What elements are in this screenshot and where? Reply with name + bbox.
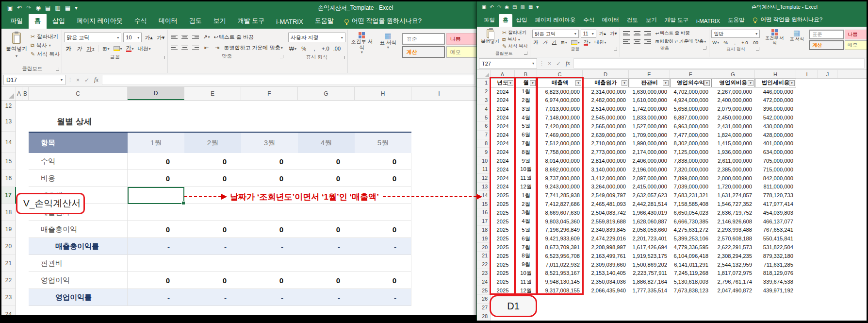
- cell-sga[interactable]: 2,058,053,660: [629, 226, 670, 235]
- value-cell[interactable]: 0: [298, 170, 355, 187]
- phonetic-button[interactable]: 내천▾: [137, 44, 152, 53]
- value-cell[interactable]: 0: [355, 272, 411, 289]
- row-header[interactable]: 12: [1, 101, 16, 111]
- font-color-button[interactable]: 가▾: [583, 39, 592, 46]
- cell-nonop-income[interactable]: 7,245,119,268: [670, 269, 711, 278]
- cell-nonop-expense[interactable]: [711, 312, 755, 321]
- value-cell[interactable]: -: [298, 238, 355, 255]
- row-header[interactable]: 18: [477, 226, 491, 235]
- filter-icon[interactable]: ▾: [748, 80, 753, 86]
- format-painter-button[interactable]: ✎서식 복사: [502, 43, 528, 50]
- increase-decimal-button[interactable]: +.0: [321, 44, 330, 53]
- grow-font-button[interactable]: 가▴: [144, 33, 154, 42]
- cell-nonop-expense[interactable]: 2,000,000,000: [711, 174, 755, 183]
- style-memo[interactable]: 메모: [845, 40, 867, 50]
- empty-cell[interactable]: [818, 113, 837, 122]
- cell-sga[interactable]: 1,919,523,175: [629, 252, 670, 260]
- value-cell[interactable]: -: [128, 238, 184, 255]
- row-header[interactable]: 24: [477, 277, 491, 286]
- empty-cell[interactable]: [818, 87, 837, 96]
- camera-icon[interactable]: ◉: [505, 5, 509, 10]
- empty-cell[interactable]: [796, 191, 818, 200]
- value-cell[interactable]: 0: [355, 170, 411, 187]
- style-calculation[interactable]: 계산: [809, 40, 844, 50]
- name-box[interactable]: D17▾: [3, 75, 66, 85]
- cell-sga[interactable]: 2,415,000,000: [629, 183, 670, 191]
- row-header[interactable]: 7: [477, 131, 491, 139]
- cell-tax[interactable]: 428,000,000: [755, 131, 796, 139]
- cell-nonop-expense[interactable]: 2,385,000,000: [711, 165, 755, 174]
- cell-nonop-income[interactable]: 7,039,000,000: [670, 183, 711, 191]
- empty-cell[interactable]: [818, 174, 837, 183]
- column-header[interactable]: G: [711, 70, 755, 78]
- paste-button[interactable]: 붙여넣기▾: [4, 31, 29, 58]
- font-size-select[interactable]: 10▾: [123, 33, 142, 42]
- row-label-cell[interactable]: 판관비: [29, 255, 128, 272]
- cell-nonop-expense[interactable]: 2,431,000,000: [711, 122, 755, 131]
- cell-cogs[interactable]: 2,814,000,000: [583, 156, 629, 165]
- bold-button[interactable]: 가: [532, 39, 540, 46]
- cell-sga[interactable]: 1,777,335,514: [629, 286, 670, 295]
- cell-sga[interactable]: 1,500,869,202: [629, 260, 670, 269]
- column-header[interactable]: H: [755, 70, 796, 78]
- value-cell[interactable]: -: [298, 289, 355, 306]
- value-cell[interactable]: [241, 255, 298, 272]
- cell-nonop-expense[interactable]: 2,308,294,235: [711, 252, 755, 260]
- conditional-formatting-button[interactable]: 조건부 서식▾: [350, 31, 374, 54]
- cell-tax[interactable]: [755, 312, 796, 321]
- cell-sga[interactable]: 1,833,000,000: [629, 113, 670, 122]
- align-buttons[interactable]: [622, 30, 631, 37]
- cut-button[interactable]: ✂잘라내기: [31, 33, 60, 40]
- format-painter-button[interactable]: ✎서식 복사: [31, 51, 60, 58]
- ribbon-tab[interactable]: 파일: [480, 14, 499, 27]
- column-header[interactable]: H: [355, 87, 411, 100]
- cell-tax[interactable]: 396,000,000: [755, 104, 796, 113]
- empty-cell[interactable]: [818, 226, 837, 235]
- grow-font-button[interactable]: 가▴: [598, 30, 607, 37]
- decrease-decimal-button[interactable]: .00: [751, 39, 759, 46]
- table-header-month[interactable]: 4월: [298, 132, 355, 153]
- style-normal[interactable]: 표준: [402, 33, 445, 45]
- cell-nonop-income[interactable]: 7,838,000,000: [670, 156, 711, 165]
- camera-icon[interactable]: ◉: [35, 5, 40, 11]
- cell-cogs[interactable]: 2,350,034,036: [583, 277, 629, 286]
- cell-cogs[interactable]: 2,504,083,742: [583, 208, 629, 217]
- comma-format-button[interactable]: ,: [310, 44, 319, 53]
- empty-cell[interactable]: [796, 304, 818, 312]
- value-cell[interactable]: 0: [184, 272, 241, 289]
- column-header[interactable]: D: [583, 70, 629, 78]
- header-tax[interactable]: 법인세비용▾: [755, 79, 796, 87]
- cell-sga[interactable]: 1,709,000,000: [629, 131, 670, 139]
- empty-cell[interactable]: [818, 208, 837, 217]
- row-header[interactable]: 16: [477, 208, 491, 217]
- copy-window-icon[interactable]: ▥: [520, 5, 524, 10]
- empty-cell[interactable]: [796, 243, 818, 252]
- cell-tax[interactable]: 466,137,077: [755, 217, 796, 226]
- shrink-font-button[interactable]: 가▾: [156, 33, 166, 42]
- cell-nonop-expense[interactable]: 1,415,000,000: [711, 139, 755, 148]
- empty-cell[interactable]: [818, 269, 837, 278]
- header-sga[interactable]: 판관비▾: [629, 79, 670, 87]
- row-label-cell[interactable]: 영업이익률: [29, 289, 128, 306]
- cell-sga[interactable]: 1,628,060,887: [629, 217, 670, 226]
- insert-function-icon[interactable]: fx: [564, 60, 572, 67]
- value-cell[interactable]: -: [184, 289, 241, 306]
- table-header-item[interactable]: 항목: [29, 132, 128, 153]
- empty-cell[interactable]: [818, 191, 837, 200]
- cell-nonop-income[interactable]: 4,779,336,595: [670, 243, 711, 252]
- value-cell[interactable]: -: [184, 238, 241, 255]
- value-cell[interactable]: 0: [298, 221, 355, 238]
- underline-button[interactable]: 가: [551, 39, 558, 46]
- header-nonop-income[interactable]: 영업외수익▾: [670, 79, 711, 87]
- filter-icon[interactable]: ▾: [704, 80, 710, 86]
- empty-cell[interactable]: [818, 139, 837, 148]
- formula-input[interactable]: [102, 75, 475, 85]
- row-header[interactable]: 27: [477, 304, 491, 312]
- cell-tax[interactable]: 778,120,733: [755, 191, 796, 200]
- row-header[interactable]: 6: [477, 122, 491, 131]
- value-cell[interactable]: [128, 204, 184, 221]
- ribbon-tab[interactable]: 보기: [208, 14, 232, 29]
- style-bad[interactable]: 나쁨: [446, 33, 477, 45]
- value-cell[interactable]: [298, 204, 355, 221]
- row-label-cell[interactable]: 매출총이익: [29, 221, 128, 238]
